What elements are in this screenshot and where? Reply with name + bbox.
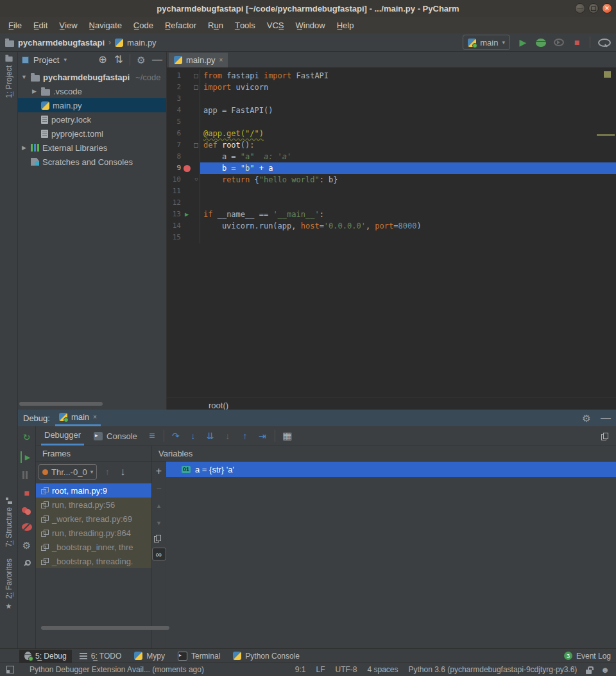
chevron-expanded-icon[interactable]: ▼	[21, 74, 28, 80]
status-segment-4[interactable]: Python 3.6 (pycharmdebugfastapi-9cdjtyrg…	[409, 665, 578, 674]
fold-marker[interactable]	[193, 82, 200, 93]
evaluate-expression-button[interactable]: ▦	[282, 430, 293, 442]
tab-debugger[interactable]: Debugger	[41, 426, 84, 446]
tool-button-mypy[interactable]: Mypy	[129, 650, 170, 663]
frame-row[interactable]: root, main.py:9	[36, 483, 151, 498]
tool-button-event-log[interactable]: 3Event Log	[559, 650, 616, 663]
status-segment-2[interactable]: UTF-8	[335, 665, 357, 674]
pin-button[interactable]	[22, 559, 32, 567]
coverage-button[interactable]	[554, 39, 564, 46]
tab-console[interactable]: Console	[90, 426, 141, 446]
settings-button[interactable]: ⚙	[22, 539, 32, 551]
collapse-all-icon[interactable]: ⇅	[114, 54, 124, 65]
menu-vcs[interactable]: VCS̲	[261, 19, 290, 31]
fold-square-icon[interactable]	[194, 143, 198, 148]
debug-session-tab[interactable]: main ×	[55, 410, 101, 426]
previous-frame-icon[interactable]: ↑	[102, 466, 112, 478]
menu-help[interactable]: H̲elp	[331, 19, 360, 31]
chevron-collapsed-icon[interactable]: ▶	[21, 144, 28, 151]
frame-row[interactable]: run, threading.py:864	[36, 526, 151, 540]
breakpoint-icon[interactable]	[181, 165, 193, 172]
move-watch-up-button[interactable]: ▲	[154, 500, 164, 512]
run-to-cursor-button[interactable]: ⇥	[257, 430, 268, 442]
tree-item-scratches[interactable]: Scratches and Consoles	[18, 155, 166, 169]
thread-selector[interactable]: Thr...-0_0 ▾	[38, 464, 97, 480]
run-gutter-icon[interactable]: ▶	[181, 209, 193, 220]
tool-button-todo[interactable]: 6̲: TODO	[74, 650, 127, 663]
show-watches-button[interactable]: ∞	[152, 548, 166, 560]
project-horizontal-scrollbar[interactable]	[19, 402, 103, 406]
tool-button-debug[interactable]: 5̲: Debug	[19, 650, 72, 663]
duplicate-watch-button[interactable]	[154, 535, 164, 542]
tool-button-project[interactable]: 1̲: Project	[0, 54, 17, 98]
hide-debug-panel-icon[interactable]: —	[601, 412, 611, 424]
status-segment-1[interactable]: LF	[316, 665, 325, 674]
tree-item-main-py[interactable]: main.py	[18, 98, 166, 112]
status-message[interactable]: Python Debugger Extension Avail... (mome…	[30, 665, 204, 674]
tree-item-external-libraries[interactable]: ▶External Libraries	[18, 141, 166, 155]
frame-row[interactable]: _worker, thread.py:69	[36, 512, 151, 526]
gear-icon[interactable]: ⚙	[136, 54, 146, 65]
fold-marker[interactable]	[193, 139, 200, 151]
tool-button-terminal[interactable]: Terminal	[173, 650, 225, 663]
locate-file-icon[interactable]: ⊕	[98, 54, 108, 65]
hide-tool-windows-icon[interactable]	[6, 666, 14, 673]
view-options-icon[interactable]: ≡	[147, 430, 157, 442]
editor-tab-main-py[interactable]: main.py ×	[169, 53, 228, 67]
move-watch-down-button[interactable]: ▼	[154, 517, 164, 529]
stop-button[interactable]: ■	[572, 37, 582, 48]
frame-row[interactable]: run, thread.py:56	[36, 498, 151, 512]
status-segment-0[interactable]: 9:1	[295, 665, 306, 674]
fold-square-icon[interactable]	[194, 74, 198, 78]
add-watch-button[interactable]: +	[154, 465, 164, 477]
frames-horizontal-scrollbar[interactable]	[41, 626, 169, 630]
variable-row[interactable]: 01 a = {str} 'a'	[166, 462, 616, 477]
menu-refactor[interactable]: R̲efactor	[159, 19, 202, 31]
run-button[interactable]: ▶	[518, 37, 528, 48]
menu-file[interactable]: F̲ile	[3, 19, 28, 31]
unlock-icon[interactable]	[586, 670, 592, 674]
menu-run[interactable]: Ru̲n	[202, 19, 229, 31]
menu-navigate[interactable]: N̲avigate	[83, 19, 128, 31]
tree-item-root[interactable]: ▼pycharmdebugfastapi~/code	[18, 70, 166, 84]
fold-marker[interactable]: ⌂	[193, 174, 200, 186]
debug-button[interactable]	[536, 39, 546, 47]
tool-button-python-console[interactable]: Python Console	[228, 650, 305, 663]
hide-panel-icon[interactable]: —	[152, 54, 162, 65]
fold-marker[interactable]	[193, 70, 200, 82]
minimize-button[interactable]: —	[575, 3, 585, 13]
code-editor[interactable]: 1from fastapi import FastAPI2import uvic…	[167, 67, 616, 397]
run-arrow-icon[interactable]: ▶	[185, 209, 189, 220]
close-button[interactable]: ✕	[602, 3, 612, 13]
error-stripe-mark[interactable]	[597, 134, 615, 136]
error-stripe-mark[interactable]	[604, 71, 611, 78]
step-out-of-code-block-button[interactable]: ↓	[223, 430, 233, 442]
view-breakpoints-button[interactable]	[22, 507, 32, 515]
search-everywhere-button[interactable]	[598, 39, 611, 47]
tree-item-poetry-lock[interactable]: poetry.lock	[18, 112, 166, 126]
fold-end-icon[interactable]: ⌂	[194, 174, 198, 186]
breadcrumb-file[interactable]: main.py	[127, 38, 157, 48]
step-out-button[interactable]: ↑	[240, 430, 250, 442]
menu-code[interactable]: C̲ode	[128, 19, 159, 31]
stop-button[interactable]: ■	[22, 487, 32, 499]
chevron-collapsed-icon[interactable]: ▶	[31, 88, 38, 94]
debug-settings-gear-icon[interactable]: ⚙	[581, 412, 592, 424]
pause-button[interactable]	[22, 471, 32, 479]
tool-button-favorites[interactable]: 2̲: Favorites ★	[0, 559, 17, 611]
status-segment-3[interactable]: 4 spaces	[367, 665, 398, 674]
tool-button-structure[interactable]: 7̲: Structure	[0, 498, 17, 547]
mute-breakpoints-button[interactable]	[22, 523, 32, 531]
step-into-my-code-button[interactable]: ⇊	[205, 430, 216, 442]
menu-window[interactable]: W̲indow	[289, 19, 330, 31]
hector-inspector-icon[interactable]: ☻	[601, 665, 610, 675]
frame-row[interactable]: _bootstrap_inner, thre	[36, 540, 151, 554]
remove-watch-button[interactable]: −	[154, 483, 164, 494]
close-tab-icon[interactable]: ×	[219, 56, 223, 64]
frame-row[interactable]: _bootstrap, threading.	[36, 554, 151, 568]
current-scope-label[interactable]: root()	[209, 401, 228, 410]
restore-layout-icon[interactable]	[599, 430, 610, 442]
tree-item-vscode[interactable]: ▶.vscode	[18, 84, 166, 98]
tree-item-pyproject-toml[interactable]: pyproject.toml	[18, 126, 166, 141]
step-over-button[interactable]: ↷	[171, 430, 181, 442]
